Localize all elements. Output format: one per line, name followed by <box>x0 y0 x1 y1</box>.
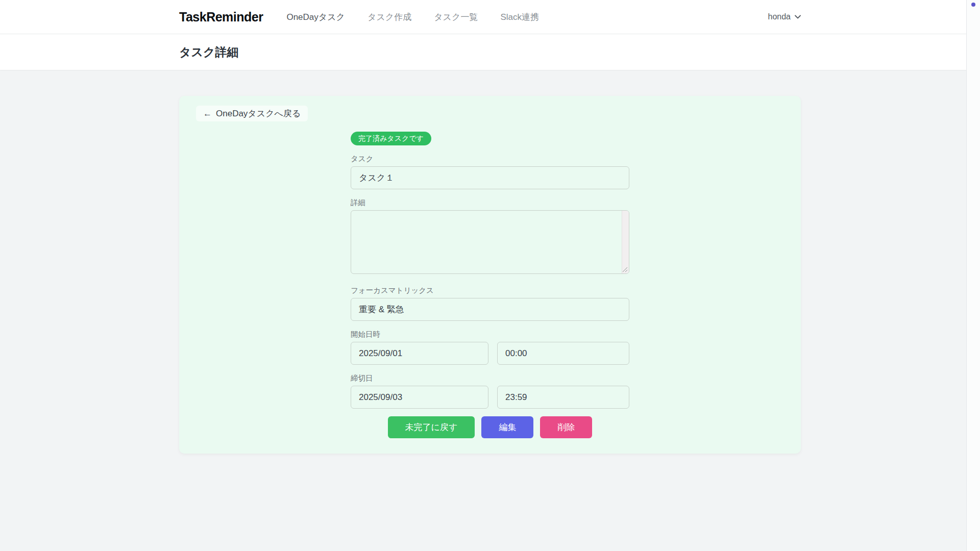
page-title: タスク詳細 <box>179 44 801 60</box>
edit-button[interactable]: 編集 <box>481 416 533 438</box>
focus-matrix-input[interactable] <box>351 298 629 321</box>
task-name-input[interactable] <box>351 166 629 189</box>
page-title-band: タスク詳細 <box>0 34 980 70</box>
detail-textarea-box <box>351 210 629 274</box>
deadline-date-input[interactable] <box>351 386 488 409</box>
detail-label: 詳細 <box>351 198 629 207</box>
start-datetime-group: 開始日時 <box>351 330 629 365</box>
back-link-label: OneDayタスクへ戻る <box>216 108 301 119</box>
focus-matrix-group: フォーカスマトリックス <box>351 286 629 321</box>
main-nav: OneDayタスク タスク作成 タスク一覧 Slack連携 <box>286 11 539 23</box>
detail-group: 詳細 <box>351 198 629 274</box>
back-arrow-icon: ← <box>203 109 212 119</box>
user-menu[interactable]: honda <box>768 12 801 21</box>
status-badge: 完了済みタスクです <box>351 132 431 145</box>
task-name-label: タスク <box>351 155 629 163</box>
task-name-group: タスク <box>351 155 629 189</box>
action-buttons: 未完了に戻す 編集 削除 <box>351 416 629 438</box>
browser-scrollbar-track[interactable] <box>966 0 980 551</box>
app-logo[interactable]: TaskReminder <box>179 10 263 24</box>
delete-button[interactable]: 削除 <box>540 416 592 438</box>
chevron-down-icon <box>795 15 801 19</box>
nav-item-task-list[interactable]: タスク一覧 <box>434 11 478 23</box>
user-name: honda <box>768 12 791 21</box>
task-form: 完了済みタスクです タスク 詳細 フォーカスマトリックス <box>351 121 629 438</box>
mark-incomplete-button[interactable]: 未完了に戻す <box>388 416 475 438</box>
scroll-indicator-dot <box>971 3 975 7</box>
main-content: ← OneDayタスクへ戻る 完了済みタスクです タスク 詳細 <box>0 96 980 551</box>
start-time-input[interactable] <box>497 342 629 365</box>
top-navbar: TaskReminder OneDayタスク タスク作成 タスク一覧 Slack… <box>0 0 980 34</box>
deadline-group: 締切日 <box>351 374 629 409</box>
deadline-label: 締切日 <box>351 374 629 383</box>
nav-item-oneday-task[interactable]: OneDayタスク <box>286 11 345 23</box>
focus-matrix-label: フォーカスマトリックス <box>351 286 629 295</box>
textarea-scrollbar-track[interactable] <box>622 211 629 273</box>
detail-textarea[interactable] <box>351 211 629 273</box>
nav-item-slack-link[interactable]: Slack連携 <box>500 11 539 23</box>
task-detail-card: ← OneDayタスクへ戻る 完了済みタスクです タスク 詳細 <box>179 96 801 454</box>
back-to-oneday-button[interactable]: ← OneDayタスクへ戻る <box>196 106 308 121</box>
start-date-input[interactable] <box>351 342 488 365</box>
resize-handle-icon[interactable] <box>622 266 628 272</box>
deadline-time-input[interactable] <box>497 386 629 409</box>
nav-item-task-create[interactable]: タスク作成 <box>368 11 411 23</box>
start-datetime-label: 開始日時 <box>351 330 629 339</box>
